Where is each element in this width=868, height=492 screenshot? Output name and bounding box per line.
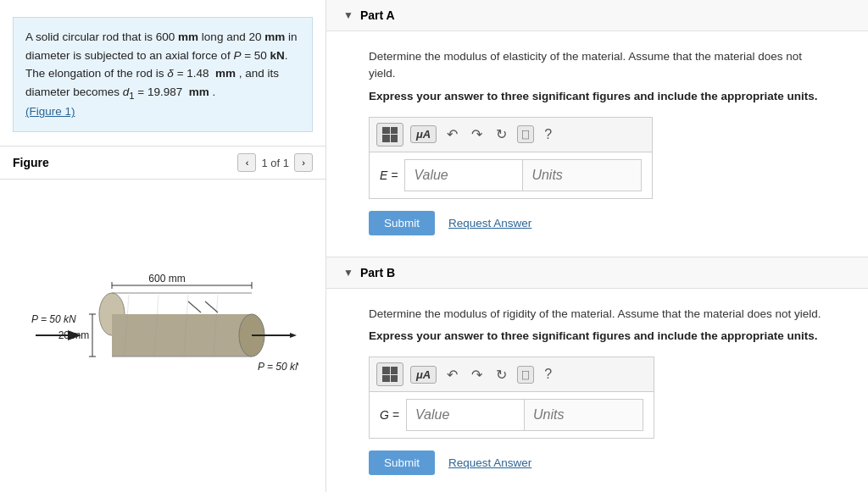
undo-button-b[interactable]: ↶ <box>443 365 461 384</box>
part-a-instruction-bold: Express your answer to three significant… <box>369 88 826 105</box>
part-b-units-input[interactable] <box>525 399 643 431</box>
part-a-value-input[interactable] <box>404 159 523 191</box>
part-a-instruction: Determine the modulus of elasticity of t… <box>369 48 826 83</box>
problem-text-box: A solid circular rod that is 600 mm long… <box>13 17 313 132</box>
figure-link[interactable]: (Figure 1) <box>25 105 75 118</box>
part-b-collapse-icon: ▼ <box>343 267 353 279</box>
svg-text:P = 50 kN: P = 50 kN <box>31 313 76 325</box>
svg-rect-3 <box>112 314 252 357</box>
keyboard-button-b[interactable]: ⎕ <box>517 366 534 384</box>
mu-tool-a[interactable]: μA <box>410 125 437 143</box>
figure-title: Figure <box>13 156 49 169</box>
part-a-request-answer-button[interactable]: Request Answer <box>448 217 531 229</box>
right-panel: ▼ Part A Determine the modulus of elasti… <box>326 0 868 492</box>
figure-nav: ‹ 1 of 1 › <box>237 153 313 172</box>
part-b-request-answer-button[interactable]: Request Answer <box>448 456 531 469</box>
svg-text:600 mm: 600 mm <box>148 273 185 285</box>
figure-count: 1 of 1 <box>261 157 289 169</box>
next-figure-button[interactable]: › <box>294 153 313 172</box>
prev-figure-button[interactable]: ‹ <box>237 153 256 172</box>
refresh-button-b[interactable]: ↻ <box>492 365 510 384</box>
redo-button-b[interactable]: ↷ <box>468 365 486 384</box>
svg-line-23 <box>205 301 218 312</box>
grid-icon-b <box>382 367 398 382</box>
part-b-label: Part B <box>360 266 395 279</box>
part-a-units-input[interactable] <box>523 159 642 191</box>
undo-button-a[interactable]: ↶ <box>443 124 461 144</box>
rod-diagram: P = 50 kN 600 mm P = 50 kN <box>27 253 298 418</box>
redo-button-a[interactable]: ↷ <box>468 124 486 144</box>
part-a-eq-label: E = <box>380 169 398 182</box>
mu-tool-b[interactable]: μA <box>410 366 437 384</box>
part-b-answer-box: μA ↶ ↷ ↻ ⎕ ? G = <box>369 357 654 439</box>
figure-bar: Figure ‹ 1 of 1 › <box>0 146 326 180</box>
part-a-collapse-icon: ▼ <box>343 9 353 21</box>
help-button-a[interactable]: ? <box>541 125 555 144</box>
part-a-input-row: E = <box>370 152 652 198</box>
part-b-body: Determine the modulus of rigidity of the… <box>326 289 868 492</box>
part-a-submit-button[interactable]: Submit <box>369 211 435 235</box>
part-b-eq-label: G = <box>380 408 399 422</box>
part-b-instruction: Determine the modulus of rigidity of the… <box>369 306 826 323</box>
grid-tool-b[interactable] <box>376 362 403 386</box>
refresh-button-a[interactable]: ↻ <box>492 124 510 144</box>
part-a-section: ▼ Part A Determine the modulus of elasti… <box>326 0 868 257</box>
part-b-header[interactable]: ▼ Part B <box>326 257 868 289</box>
svg-text:P = 50 kN: P = 50 kN <box>258 361 298 373</box>
figure-area: P = 50 kN 600 mm P = 50 kN <box>0 180 326 492</box>
svg-text:20 mm: 20 mm <box>58 329 90 341</box>
svg-line-22 <box>188 301 201 312</box>
part-a-header[interactable]: ▼ Part A <box>326 0 868 31</box>
grid-tool-a[interactable] <box>376 123 403 146</box>
keyboard-button-a[interactable]: ⎕ <box>517 125 534 143</box>
part-a-body: Determine the modulus of elasticity of t… <box>326 31 868 257</box>
help-button-b[interactable]: ? <box>541 365 555 384</box>
left-panel: A solid circular rod that is 600 mm long… <box>0 0 326 492</box>
part-b-value-input[interactable] <box>406 399 525 431</box>
part-a-toolbar: μA ↶ ↷ ↻ ⎕ ? <box>370 118 652 152</box>
part-a-action-row: Submit Request Answer <box>369 211 826 235</box>
part-b-action-row: Submit Request Answer <box>369 451 826 475</box>
part-a-answer-box: μA ↶ ↷ ↻ ⎕ ? E = <box>369 117 653 199</box>
svg-marker-16 <box>290 333 297 338</box>
part-b-instruction-bold: Express your answer to three significant… <box>369 328 826 345</box>
part-a-label: Part A <box>360 8 395 22</box>
grid-icon-a <box>382 127 398 142</box>
problem-text: A solid circular rod that is 600 mm long… <box>25 30 297 118</box>
part-b-submit-button[interactable]: Submit <box>369 451 435 475</box>
part-b-input-row: G = <box>370 392 654 438</box>
part-b-toolbar: μA ↶ ↷ ↻ ⎕ ? <box>370 357 654 392</box>
part-b-section: ▼ Part B Determine the modulus of rigidi… <box>326 257 868 492</box>
